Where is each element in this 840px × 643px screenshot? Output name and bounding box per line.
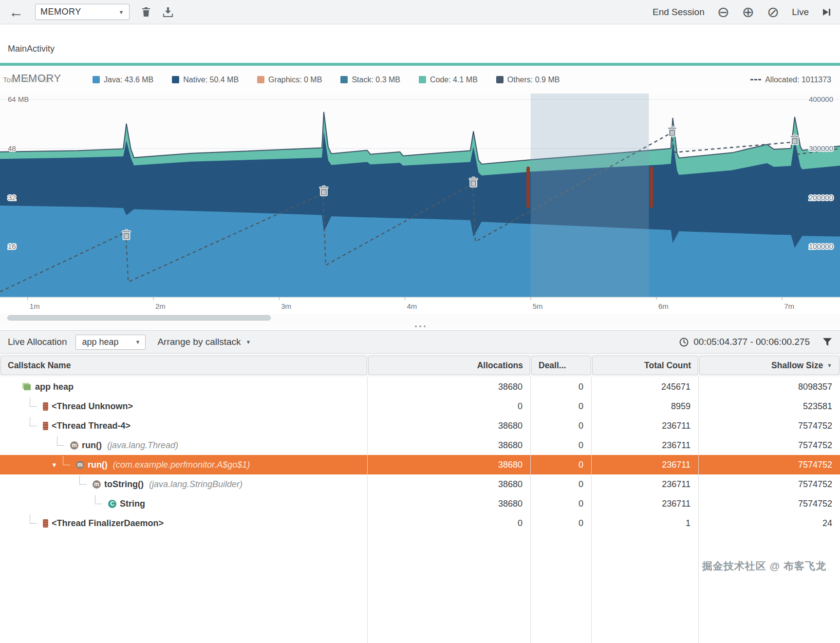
thread-icon bbox=[43, 422, 48, 430]
table-row-thread-4[interactable]: <Thread Thread-4> 38680 0 236711 7574752 bbox=[0, 416, 840, 435]
sort-desc-icon: ▼ bbox=[827, 362, 832, 368]
filter-button[interactable] bbox=[822, 337, 832, 347]
row-name: <Thread FinalizerDaemon> bbox=[52, 518, 164, 529]
timeline-scrollbar-thumb[interactable] bbox=[7, 315, 271, 321]
cell-allocations: 38680 bbox=[368, 435, 531, 455]
legend-label: Allocated: 1011373 bbox=[765, 76, 831, 84]
column-header-deallocations[interactable]: Deall... bbox=[531, 356, 591, 375]
arrange-select[interactable]: Arrange by callstack ▼ bbox=[154, 335, 254, 349]
method-icon bbox=[70, 441, 78, 450]
legend-label: Graphics: 0 MB bbox=[268, 76, 322, 84]
chevron-down-icon: ▼ bbox=[119, 9, 124, 15]
memory-profiler-window: ← MEMORY ▼ End Session ⊖ ⊕ ⊘ Live MainAc… bbox=[0, 0, 840, 643]
row-name: app heap bbox=[35, 382, 74, 392]
table-row-string[interactable]: String 38680 0 236711 7574752 bbox=[0, 494, 840, 513]
table-row-thread-unknown[interactable]: <Thread Unknown> 0 0 8959 523581 bbox=[0, 397, 840, 416]
export-session-button[interactable] bbox=[163, 7, 173, 18]
memory-timeline-chart[interactable]: 1m2m3m4m5m6m7m64 MB483216400000300000200… bbox=[0, 94, 840, 314]
legend-item: Allocated: 1011373 bbox=[750, 76, 831, 84]
legend-item: Code: 4.1 MB bbox=[419, 76, 478, 84]
dashed-line-icon bbox=[750, 79, 761, 80]
row-detail: (java.lang.Thread) bbox=[107, 440, 178, 451]
column-header-allocations[interactable]: Allocations bbox=[368, 356, 530, 375]
drag-handle-icon bbox=[419, 325, 421, 327]
session-strip: MainActivity bbox=[0, 24, 840, 66]
column-header-total-count[interactable]: Total Count bbox=[592, 356, 698, 375]
color-swatch-icon bbox=[496, 76, 504, 83]
delete-session-button[interactable] bbox=[141, 7, 151, 18]
session-tab[interactable]: MainActivity bbox=[8, 44, 55, 54]
legend-label: Code: 4.1 MB bbox=[430, 76, 478, 84]
svg-text:400000: 400000 bbox=[809, 95, 833, 103]
column-header-shallow-size-label: Shallow Size bbox=[771, 360, 823, 371]
tree-connector bbox=[57, 436, 64, 446]
cell-shallow-size: 8098357 bbox=[699, 377, 840, 397]
end-session-button[interactable]: End Session bbox=[653, 7, 705, 18]
live-button[interactable]: Live bbox=[792, 7, 809, 18]
svg-text:6m: 6m bbox=[658, 302, 669, 310]
session-active-bar bbox=[0, 63, 840, 66]
cell-total-count: 236711 bbox=[592, 455, 699, 474]
svg-text:3m: 3m bbox=[281, 302, 291, 310]
svg-text:7m: 7m bbox=[784, 302, 794, 310]
cell-allocations: 38680 bbox=[368, 416, 531, 435]
toolbar-right-group: End Session ⊖ ⊕ ⊘ Live bbox=[653, 5, 831, 19]
column-header-callstack-name[interactable]: Callstack Name bbox=[0, 356, 367, 375]
callstack-table: app heap 38680 0 245671 8098357 <Thread … bbox=[0, 377, 840, 643]
table-row-app-heap[interactable]: app heap 38680 0 245671 8098357 bbox=[0, 377, 840, 397]
tree-connector bbox=[95, 495, 102, 504]
legend-item: Java: 43.6 MB bbox=[93, 76, 153, 84]
svg-text:64 MB: 64 MB bbox=[8, 95, 29, 103]
svg-text:100000: 100000 bbox=[809, 242, 833, 250]
profiler-select[interactable]: MEMORY ▼ bbox=[35, 4, 130, 20]
color-swatch-icon bbox=[172, 76, 179, 83]
column-header-shallow-size[interactable]: Shallow Size ▼ bbox=[699, 356, 840, 375]
table-row-thread-finalizerdaemon[interactable]: <Thread FinalizerDaemon> 0 0 1 24 bbox=[0, 513, 840, 533]
arrange-select-value: Arrange by callstack bbox=[157, 337, 241, 347]
timeline-scrollbar[interactable] bbox=[0, 314, 840, 322]
svg-text:300000: 300000 bbox=[809, 144, 833, 152]
cell-shallow-size: 7574752 bbox=[699, 494, 840, 513]
heap-select[interactable]: app heap ▼ bbox=[75, 335, 146, 350]
zoom-out-button[interactable]: ⊖ bbox=[717, 5, 729, 19]
table-row-run-thread[interactable]: run() (java.lang.Thread) 38680 0 236711 … bbox=[0, 435, 840, 455]
svg-text:4m: 4m bbox=[407, 302, 417, 310]
svg-text:200000: 200000 bbox=[809, 193, 833, 202]
cell-shallow-size: 7574752 bbox=[699, 455, 840, 474]
cell-deallocations: 0 bbox=[531, 397, 592, 416]
table-row-tostring[interactable]: toString() (java.lang.StringBuilder) 386… bbox=[0, 474, 840, 494]
row-detail: (java.lang.StringBuilder) bbox=[149, 479, 243, 490]
svg-text:16: 16 bbox=[8, 242, 16, 250]
svg-text:48: 48 bbox=[8, 144, 16, 152]
reset-zoom-button[interactable]: ⊘ bbox=[767, 5, 779, 19]
cell-deallocations: 0 bbox=[531, 474, 592, 494]
panel-splitter[interactable] bbox=[0, 322, 840, 330]
heap-icon bbox=[24, 384, 31, 390]
chevron-down-icon: ▼ bbox=[135, 339, 141, 345]
expand-arrow-icon[interactable]: ▼ bbox=[51, 461, 57, 469]
memory-section-head: Total: 99.3 MB MEMORY bbox=[0, 66, 93, 94]
allocation-toolbar-right: 00:05:04.377 - 00:06:00.275 bbox=[679, 337, 832, 347]
legend-label: Stack: 0.3 MB bbox=[352, 76, 400, 84]
legend-item: Others: 0.9 MB bbox=[496, 76, 560, 84]
skip-to-end-icon[interactable] bbox=[821, 7, 831, 17]
cell-allocations: 0 bbox=[368, 397, 531, 416]
cell-total-count: 236711 bbox=[592, 474, 699, 494]
svg-text:1m: 1m bbox=[30, 302, 40, 310]
legend-items: Java: 43.6 MBNative: 50.4 MBGraphics: 0 … bbox=[93, 76, 840, 84]
table-header: Callstack Name Allocations Deall... Tota… bbox=[0, 354, 840, 377]
back-button[interactable]: ← bbox=[9, 5, 23, 19]
table-row-run-perfmonitor-selected[interactable]: ▼ run() (com.example.perfmonitor.A$go$1)… bbox=[0, 455, 840, 474]
row-name: toString() bbox=[104, 479, 144, 490]
legend-item: Graphics: 0 MB bbox=[257, 76, 322, 84]
row-detail: (com.example.perfmonitor.A$go$1) bbox=[113, 460, 250, 470]
legend-label: Native: 50.4 MB bbox=[183, 76, 239, 84]
cell-shallow-size: 24 bbox=[699, 513, 840, 533]
chevron-down-icon: ▼ bbox=[246, 339, 251, 345]
table-empty-area bbox=[0, 533, 840, 643]
clock-icon bbox=[679, 338, 689, 347]
cell-deallocations: 0 bbox=[531, 494, 592, 513]
cell-shallow-size: 523581 bbox=[699, 397, 840, 416]
zoom-in-button[interactable]: ⊕ bbox=[742, 5, 754, 19]
memory-section-title: MEMORY bbox=[12, 72, 61, 85]
